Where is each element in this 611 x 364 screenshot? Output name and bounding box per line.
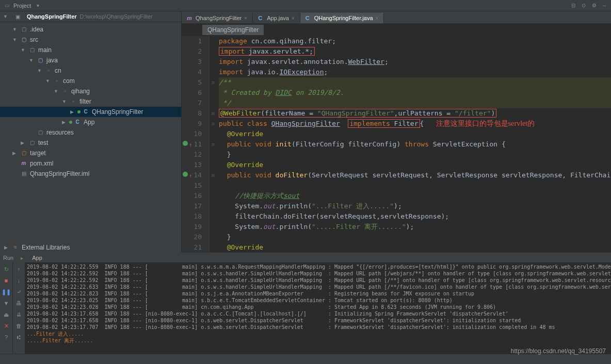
tab-close-icon[interactable]: × xyxy=(244,15,247,21)
filter-icon[interactable]: ⑆ xyxy=(15,334,23,341)
tree-item--idea[interactable]: ▢.idea xyxy=(0,24,181,35)
gutter-line[interactable]: 4 xyxy=(182,67,202,77)
trash-icon[interactable]: 🗑 xyxy=(15,322,23,329)
code-lines[interactable]: package cn.com.qihang.filter;import java… xyxy=(217,36,611,253)
code-line[interactable]: @Override xyxy=(219,242,611,253)
tab-close-icon[interactable]: × xyxy=(292,15,295,21)
tab-close-icon[interactable]: × xyxy=(376,15,379,21)
code-editor[interactable]: 1234567891011↑121314↑1516171819202122↑ ⊟… xyxy=(182,36,611,253)
gutter-line[interactable]: 17 xyxy=(182,201,202,211)
gutter[interactable]: 1234567891011↑121314↑1516171819202122↑ xyxy=(182,36,210,253)
gutter-line[interactable]: 1 xyxy=(182,36,202,46)
override-up-icon[interactable]: ↑ xyxy=(189,140,192,150)
pause-icon[interactable]: ❚❚ xyxy=(3,288,10,295)
gear-icon[interactable]: ⚙ xyxy=(590,2,598,9)
tree-item-qihang[interactable]: ▫qihang xyxy=(0,86,181,96)
code-line[interactable]: @Override xyxy=(219,129,611,139)
code-line[interactable]: } xyxy=(219,232,611,242)
fold-marker[interactable] xyxy=(210,180,217,191)
hide-icon[interactable]: ↔ xyxy=(601,2,608,9)
fold-marker[interactable] xyxy=(210,98,217,108)
fold-marker[interactable] xyxy=(210,36,217,46)
fold-marker[interactable] xyxy=(210,201,217,211)
fold-marker[interactable]: ⊟ xyxy=(210,77,217,88)
fold-marker[interactable] xyxy=(210,232,217,242)
gutter-line[interactable]: 6 xyxy=(182,88,202,98)
code-line[interactable]: import javax.servlet.*; xyxy=(219,46,611,57)
tree-item-cn[interactable]: ▫cn xyxy=(0,65,181,76)
gutter-line[interactable]: 18 xyxy=(182,211,202,222)
tree-item-filter[interactable]: ▫filter xyxy=(0,96,181,107)
tree-arrow-icon[interactable] xyxy=(70,108,77,116)
tree-arrow-icon[interactable] xyxy=(3,14,10,19)
project-icon[interactable]: ▭ xyxy=(3,2,10,9)
tree-item-app[interactable]: CApp xyxy=(0,117,181,127)
code-line[interactable]: import javax.servlet.annotation.WebFilte… xyxy=(219,57,611,67)
override-up-icon[interactable]: ↑ xyxy=(189,171,192,181)
code-line[interactable]: @Override xyxy=(219,160,611,170)
tree-arrow-icon[interactable] xyxy=(45,77,53,85)
fold-column[interactable]: ⊟⊟⊟⊟⊟ xyxy=(210,36,217,253)
breadcrumb-class[interactable]: QHangSpringFilter xyxy=(202,25,264,35)
down-arrow-icon[interactable]: ↓ xyxy=(15,277,23,284)
tree-item-test[interactable]: ▢test xyxy=(0,138,181,148)
gutter-line[interactable]: 9 xyxy=(182,119,202,129)
gutter-line[interactable]: 14↑ xyxy=(182,170,202,180)
code-line[interactable]: System.out.println("...Filter 进入....."); xyxy=(219,201,611,211)
print-icon[interactable]: 🖶 xyxy=(15,300,23,307)
tree-item-pom-xml[interactable]: mpom.xml xyxy=(0,158,181,169)
code-line[interactable]: /** xyxy=(219,77,611,88)
gutter-line[interactable]: 2 xyxy=(182,46,202,57)
code-line[interactable]: public void doFilter(ServletRequest serv… xyxy=(219,170,611,180)
project-tree[interactable]: ▢.idea▢src▢main▢java▫cn▫com▫qihang▫filte… xyxy=(0,22,181,242)
implements-marker-icon[interactable] xyxy=(183,141,188,146)
fold-marker[interactable]: ⊟ xyxy=(210,170,217,180)
fold-marker[interactable] xyxy=(210,191,217,201)
fold-marker[interactable] xyxy=(210,129,217,139)
editor-tab-qhangspringfilter[interactable]: mQhangSpringFilter× xyxy=(182,13,253,23)
gutter-line[interactable]: 5 xyxy=(182,77,202,88)
gutter-line[interactable]: 19 xyxy=(182,222,202,232)
collapse-icon[interactable]: ⊟ xyxy=(570,2,577,9)
editor-tab-app-java[interactable]: CApp.java× xyxy=(253,13,300,23)
up-arrow-icon[interactable]: ↑ xyxy=(15,266,23,273)
gutter-line[interactable]: 15 xyxy=(182,180,202,191)
code-line[interactable]: package cn.com.qihang.filter; xyxy=(219,36,611,46)
fold-marker[interactable]: ⊟ xyxy=(210,108,217,119)
fold-marker[interactable] xyxy=(210,160,217,170)
fold-marker[interactable] xyxy=(210,46,217,57)
implements-marker-icon[interactable] xyxy=(183,172,188,177)
down-icon[interactable]: ▼ xyxy=(3,300,10,307)
gutter-line[interactable]: 10 xyxy=(182,129,202,139)
scroll-icon[interactable]: ⇊ xyxy=(15,311,23,318)
fold-marker[interactable] xyxy=(210,211,217,222)
gutter-line[interactable]: 8 xyxy=(182,108,202,119)
gutter-line[interactable]: 7 xyxy=(182,98,202,108)
project-root[interactable]: ▣ QhangSpringFilter D:\worksp\QhangSprin… xyxy=(0,11,181,22)
tree-arrow-icon[interactable] xyxy=(29,56,36,64)
softwrap-icon[interactable]: ⤶ xyxy=(15,288,23,295)
fold-marker[interactable] xyxy=(210,88,217,98)
gutter-line[interactable]: 12 xyxy=(182,150,202,160)
gutter-line[interactable]: 16 xyxy=(182,191,202,201)
code-line[interactable]: //快捷提示方式sout xyxy=(219,191,611,201)
code-line[interactable]: * Created by DIDC on 2019/8/2. xyxy=(219,88,611,98)
tree-arrow-icon[interactable] xyxy=(12,25,20,34)
tree-arrow-icon[interactable] xyxy=(21,139,28,147)
code-line[interactable]: System.out.println(".....Filter 离开......… xyxy=(219,222,611,232)
dropdown-icon[interactable]: ▾ xyxy=(34,2,41,9)
help-icon[interactable]: ? xyxy=(3,334,10,341)
tree-item-qhangspringfilter[interactable]: CQHangSpringFilter xyxy=(0,107,181,117)
gutter-line[interactable]: 11↑ xyxy=(182,139,202,150)
external-libs[interactable]: ≡ External Libraries xyxy=(0,242,181,253)
tree-arrow-icon[interactable] xyxy=(21,46,28,54)
tree-item-com[interactable]: ▫com xyxy=(0,76,181,86)
tree-arrow-icon[interactable] xyxy=(62,118,69,126)
tree-item-java[interactable]: ▢java xyxy=(0,55,181,65)
fold-marker[interactable]: ⊟ xyxy=(210,119,217,129)
tree-item-target[interactable]: ▢target xyxy=(0,148,181,158)
code-line[interactable]: public class QHangSpringFilter implement… xyxy=(219,119,611,129)
fold-marker[interactable] xyxy=(210,222,217,232)
code-line[interactable]: public void init(FilterConfig filterConf… xyxy=(219,139,611,150)
tree-arrow-icon[interactable] xyxy=(4,243,11,252)
